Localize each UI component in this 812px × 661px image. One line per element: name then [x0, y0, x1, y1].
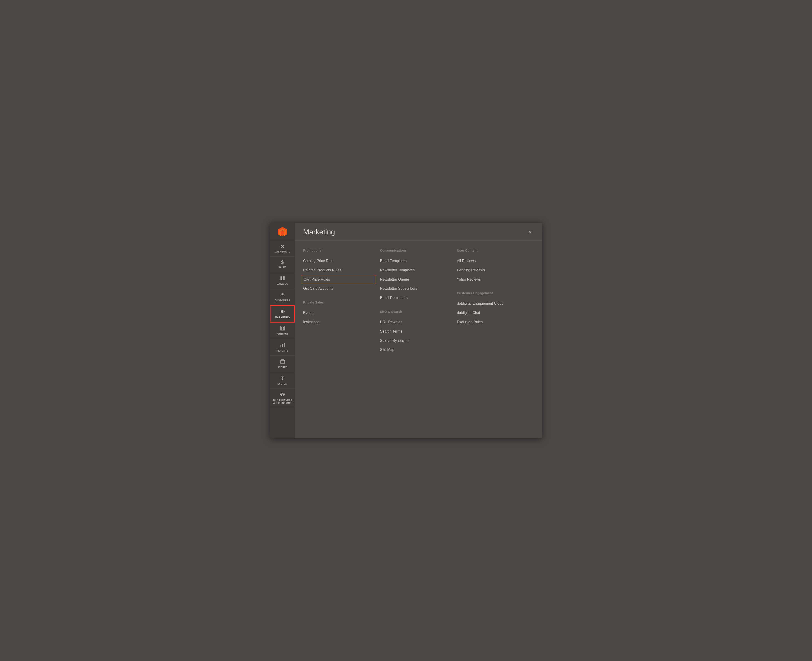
menu-section-seo-search: SEO & Search URL Rewrites Search Terms S… — [380, 310, 452, 354]
svg-rect-8 — [283, 327, 284, 328]
section-title-user-content: User Content — [457, 249, 529, 252]
svg-rect-20 — [281, 395, 282, 396]
sidebar-item-label: STORES — [277, 366, 288, 369]
svg-rect-6 — [280, 326, 285, 330]
customers-icon — [280, 292, 285, 298]
sidebar-item-label: CUSTOMERS — [275, 299, 290, 302]
svg-point-16 — [282, 377, 283, 378]
sidebar-item-label: FIND PARTNERS & EXTENSIONS — [271, 399, 293, 405]
menu-column-2: Communications Email Templates Newslette… — [380, 249, 457, 434]
menu-item-dotdigital-engagement-cloud[interactable]: dotdigital Engagement Cloud — [457, 299, 529, 308]
svg-rect-21 — [283, 395, 284, 396]
sidebar-item-label: CONTENT — [277, 333, 288, 336]
partners-icon — [280, 392, 285, 398]
system-icon — [280, 375, 285, 381]
sidebar-item-marketing[interactable]: MARKETING — [270, 305, 295, 323]
menu-item-all-reviews[interactable]: All Reviews — [457, 256, 529, 266]
menu-item-email-templates[interactable]: Email Templates — [380, 256, 452, 266]
stores-icon — [280, 359, 285, 365]
reports-icon — [280, 342, 285, 348]
menu-section-promotions: Promotions Catalog Price Rule Related Pr… — [303, 249, 376, 293]
svg-rect-9 — [281, 329, 282, 330]
app-container: ⊙ DASHBOARD $ SALES CATALOG CUSTOMERS MA… — [270, 223, 542, 438]
dashboard-icon: ⊙ — [280, 244, 285, 249]
sidebar-item-reports[interactable]: REPORTS — [270, 339, 295, 356]
svg-rect-12 — [282, 344, 283, 347]
svg-rect-3 — [283, 278, 285, 280]
svg-rect-7 — [281, 327, 282, 328]
sales-icon: $ — [281, 260, 284, 265]
menu-item-search-synonyms[interactable]: Search Synonyms — [380, 336, 452, 345]
section-title-seo-search: SEO & Search — [380, 310, 452, 313]
sidebar-logo — [270, 223, 295, 241]
sidebar-item-label: SYSTEM — [277, 383, 287, 385]
content-icon — [280, 326, 285, 332]
menu-item-newsletter-templates[interactable]: Newsletter Templates — [380, 266, 452, 275]
page-title: Marketing — [303, 228, 335, 236]
panel-header: Marketing × — [295, 223, 542, 241]
section-title-communications: Communications — [380, 249, 452, 252]
svg-rect-13 — [283, 343, 285, 347]
sidebar-item-dashboard[interactable]: ⊙ DASHBOARD — [270, 241, 295, 257]
sidebar-item-label: REPORTS — [277, 350, 288, 352]
svg-rect-1 — [283, 276, 285, 278]
menu-item-catalog-price-rule[interactable]: Catalog Price Rule — [303, 256, 376, 266]
menu-item-related-products-rules[interactable]: Related Products Rules — [303, 266, 376, 275]
sidebar-item-system[interactable]: SYSTEM — [270, 372, 295, 389]
menu-item-pending-reviews[interactable]: Pending Reviews — [457, 266, 529, 275]
sidebar-item-sales[interactable]: $ SALES — [270, 257, 295, 272]
catalog-icon — [280, 275, 285, 281]
svg-rect-0 — [280, 276, 282, 278]
sidebar-item-label: DASHBOARD — [275, 251, 290, 253]
sidebar-item-catalog[interactable]: CATALOG — [270, 272, 295, 289]
marketing-icon — [280, 309, 285, 315]
menu-item-newsletter-subscribers[interactable]: Newsletter Subscribers — [380, 284, 452, 293]
menu-content: Promotions Catalog Price Rule Related Pr… — [295, 241, 542, 438]
menu-section-private-sales: Private Sales Events Invitations — [303, 300, 376, 327]
svg-rect-11 — [280, 345, 282, 347]
menu-section-customer-engagement: Customer Engagement dotdigital Engagemen… — [457, 291, 529, 327]
menu-item-site-map[interactable]: Site Map — [380, 345, 452, 354]
sidebar-item-label: SALES — [279, 266, 287, 269]
menu-column-1: Promotions Catalog Price Rule Related Pr… — [303, 249, 380, 434]
svg-point-4 — [282, 293, 283, 294]
sidebar-item-content[interactable]: CONTENT — [270, 323, 295, 339]
menu-section-communications: Communications Email Templates Newslette… — [380, 249, 452, 303]
menu-item-email-reminders[interactable]: Email Reminders — [380, 293, 452, 303]
svg-rect-10 — [283, 329, 284, 330]
sidebar-item-partners[interactable]: FIND PARTNERS & EXTENSIONS — [270, 389, 295, 408]
section-title-private-sales: Private Sales — [303, 300, 376, 304]
magento-logo-icon — [277, 226, 288, 238]
menu-section-user-content: User Content All Reviews Pending Reviews… — [457, 249, 529, 284]
close-button[interactable]: × — [527, 228, 534, 236]
menu-item-newsletter-queue[interactable]: Newsletter Queue — [380, 275, 452, 284]
menu-item-exclusion-rules[interactable]: Exclusion Rules — [457, 318, 529, 327]
menu-item-url-rewrites[interactable]: URL Rewrites — [380, 318, 452, 327]
sidebar-item-customers[interactable]: CUSTOMERS — [270, 289, 295, 305]
main-panel: Marketing × Promotions Catalog Price Rul… — [295, 223, 542, 438]
menu-item-cart-price-rules[interactable]: Cart Price Rules — [301, 275, 376, 284]
sidebar: ⊙ DASHBOARD $ SALES CATALOG CUSTOMERS MA… — [270, 223, 295, 438]
svg-rect-2 — [280, 278, 282, 280]
menu-item-events[interactable]: Events — [303, 308, 376, 318]
section-title-promotions: Promotions — [303, 249, 376, 252]
sidebar-item-stores[interactable]: STORES — [270, 356, 295, 372]
sidebar-item-label: MARKETING — [275, 316, 290, 319]
menu-item-yotpo-reviews[interactable]: Yotpo Reviews — [457, 275, 529, 284]
menu-column-3: User Content All Reviews Pending Reviews… — [457, 249, 534, 434]
menu-item-gift-card-accounts[interactable]: Gift Card Accounts — [303, 284, 376, 293]
section-title-customer-engagement: Customer Engagement — [457, 291, 529, 295]
menu-item-dotdigital-chat[interactable]: dotdigital Chat — [457, 308, 529, 318]
svg-rect-14 — [280, 361, 285, 363]
sidebar-item-label: CATALOG — [277, 283, 288, 286]
svg-point-5 — [283, 311, 285, 312]
svg-rect-19 — [283, 394, 285, 395]
menu-item-invitations[interactable]: Invitations — [303, 318, 376, 327]
menu-item-search-terms[interactable]: Search Terms — [380, 327, 452, 336]
